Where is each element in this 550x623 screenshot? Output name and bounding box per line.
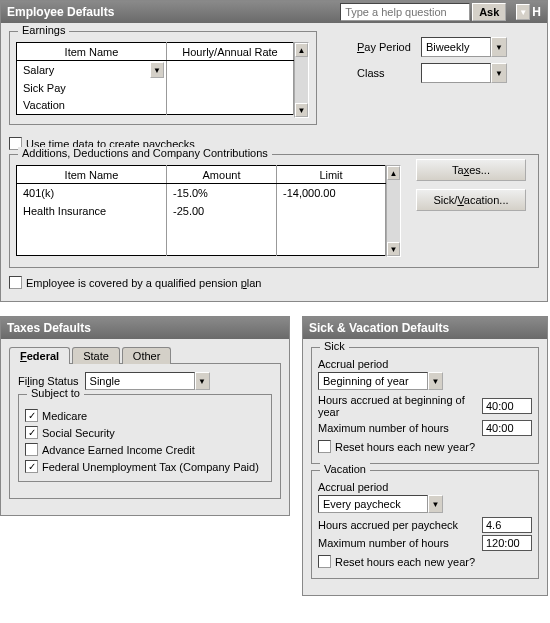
tab-other[interactable]: Other (122, 347, 172, 364)
table-row[interactable]: Vacation (17, 97, 294, 115)
titlebar: Employee Defaults Ask ▼ H (1, 1, 547, 23)
aeic-checkbox[interactable] (25, 443, 38, 456)
chevron-down-icon[interactable]: ▼ (387, 242, 400, 256)
chevron-down-icon[interactable]: ▼ (295, 103, 308, 117)
table-row[interactable]: Sick Pay (17, 79, 294, 97)
vacation-reset-label: Reset hours each new year? (335, 556, 475, 568)
pay-period-field: Pay Pay PeriodPeriod Biweekly ▼ (357, 37, 527, 57)
sick-accrual-dropdown[interactable]: Beginning of year ▼ (318, 372, 532, 390)
chevron-down-icon[interactable]: ▼ (195, 372, 210, 390)
chevron-down-icon[interactable]: ▼ (428, 372, 443, 390)
titlebar-extra-label: H (532, 5, 541, 19)
class-dropdown[interactable]: ▼ (421, 63, 507, 83)
social-security-label: Social Security (42, 427, 115, 439)
tab-federal[interactable]: FFederalederal (9, 347, 70, 364)
taxes-button[interactable]: Taxes... (416, 159, 526, 181)
table-row[interactable] (17, 238, 386, 256)
chevron-down-icon[interactable]: ▼ (428, 495, 443, 513)
addc-group: Additions, Deductions and Company Contri… (9, 154, 539, 268)
vacation-hours-pp-label: Hours accrued per paycheck (318, 519, 458, 531)
futa-label: Federal Unemployment Tax (Company Paid) (42, 461, 259, 473)
earnings-cell: Salary (17, 61, 167, 79)
vacation-hours-pp-input[interactable] (482, 517, 532, 533)
class-label: Class (357, 67, 415, 79)
addc-cell: -15.0% (167, 184, 277, 202)
titlebar: Taxes Defaults (1, 317, 289, 339)
table-row[interactable] (17, 220, 386, 238)
vacation-max-input[interactable] (482, 535, 532, 551)
sick-hours-begin-label: Hours accrued at beginning of year (318, 394, 476, 418)
addc-scrollbar[interactable]: ▲ ▼ (386, 165, 401, 257)
earnings-cell: Sick Pay (17, 79, 167, 97)
subject-to-group: Subject to Medicare Social Security Adva… (18, 394, 272, 482)
sick-vacation-button[interactable]: Sick/Vacation... (416, 189, 526, 211)
addc-col-limit: Limit (277, 166, 386, 184)
addc-cell: -25.00 (167, 202, 277, 220)
vacation-reset-checkbox[interactable] (318, 555, 331, 568)
vacation-legend: Vacation (320, 463, 370, 475)
taxes-tabs: FFederalederal State Other (9, 347, 281, 364)
addc-grid[interactable]: Item Name Amount Limit 401(k) -15.0% -14… (16, 165, 386, 257)
sick-max-input[interactable] (482, 420, 532, 436)
aeic-label: Advance Earned Income Credit (42, 444, 195, 456)
earnings-col-item: Item Name (17, 43, 167, 61)
tab-state[interactable]: State (72, 347, 120, 364)
pension-checkbox-row: Employee is covered by a qualified pensi… (9, 276, 539, 289)
filing-status-value: Single (85, 372, 195, 390)
addc-cell: Health Insurance (17, 202, 167, 220)
sick-max-label: Maximum number of hours (318, 422, 449, 434)
filing-status-label: Filing Status (18, 375, 79, 387)
vacation-accrual-label: Accrual period (318, 481, 532, 493)
pension-checkbox[interactable] (9, 276, 22, 289)
addc-legend: Additions, Deductions and Company Contri… (18, 147, 272, 159)
table-row[interactable]: 401(k) -15.0% -14,000.00 (17, 184, 386, 202)
earnings-cell (167, 97, 294, 115)
chevron-down-icon[interactable]: ▼ (150, 62, 164, 78)
chevron-up-icon[interactable]: ▲ (295, 43, 308, 57)
vacation-accrual-value: Every paycheck (318, 495, 428, 513)
earnings-scrollbar[interactable]: ▲ ▼ (294, 42, 309, 118)
table-row[interactable]: Health Insurance -25.00 (17, 202, 386, 220)
chevron-down-icon[interactable]: ▼ (491, 63, 507, 83)
filing-status-dropdown[interactable]: Single ▼ (85, 372, 210, 390)
help-question-input[interactable] (340, 3, 470, 21)
addc-cell (277, 202, 386, 220)
earnings-cell (167, 61, 294, 79)
social-security-checkbox[interactable] (25, 426, 38, 439)
sick-group: Sick Accrual period Beginning of year ▼ … (311, 347, 539, 464)
sick-vacation-defaults-window: Sick & Vacation Defaults Sick Accrual pe… (302, 316, 548, 596)
medicare-checkbox[interactable] (25, 409, 38, 422)
scrollbar-track[interactable] (387, 180, 400, 242)
vacation-accrual-dropdown[interactable]: Every paycheck ▼ (318, 495, 532, 513)
pay-period-label: Pay Pay PeriodPeriod (357, 41, 415, 53)
pay-period-dropdown[interactable]: Biweekly ▼ (421, 37, 507, 57)
subject-to-legend: Subject to (27, 387, 84, 399)
earnings-legend: Earnings (18, 24, 69, 36)
class-value (421, 63, 491, 83)
chevron-down-icon[interactable]: ▼ (516, 4, 530, 20)
window-title: Taxes Defaults (7, 321, 91, 335)
earnings-group: Earnings Item Name Hourly/Annual Rate Sa… (9, 31, 317, 125)
chevron-up-icon[interactable]: ▲ (387, 166, 400, 180)
sick-accrual-label: Accrual period (318, 358, 532, 370)
chevron-down-icon[interactable]: ▼ (491, 37, 507, 57)
earnings-grid[interactable]: Item Name Hourly/Annual Rate Salary Sick… (16, 42, 294, 118)
federal-tab-panel: Filing Status Single ▼ Subject to Medica… (9, 363, 281, 499)
addc-col-item: Item Name (17, 166, 167, 184)
window-title: Sick & Vacation Defaults (309, 321, 449, 335)
vacation-group: Vacation Accrual period Every paycheck ▼… (311, 470, 539, 579)
sick-reset-label: Reset hours each new year? (335, 441, 475, 453)
sick-reset-checkbox[interactable] (318, 440, 331, 453)
futa-checkbox[interactable] (25, 460, 38, 473)
sick-hours-begin-input[interactable] (482, 398, 532, 414)
earnings-col-rate: Hourly/Annual Rate (167, 43, 294, 61)
earnings-cell: Vacation (17, 97, 167, 115)
addc-cell: 401(k) (17, 184, 167, 202)
taxes-defaults-window: Taxes Defaults FFederalederal State Othe… (0, 316, 290, 516)
medicare-label: Medicare (42, 410, 87, 422)
pay-period-value: Biweekly (421, 37, 491, 57)
addc-col-amount: Amount (167, 166, 277, 184)
ask-button[interactable]: Ask (472, 3, 506, 21)
scrollbar-track[interactable] (295, 57, 308, 103)
sick-accrual-value: Beginning of year (318, 372, 428, 390)
